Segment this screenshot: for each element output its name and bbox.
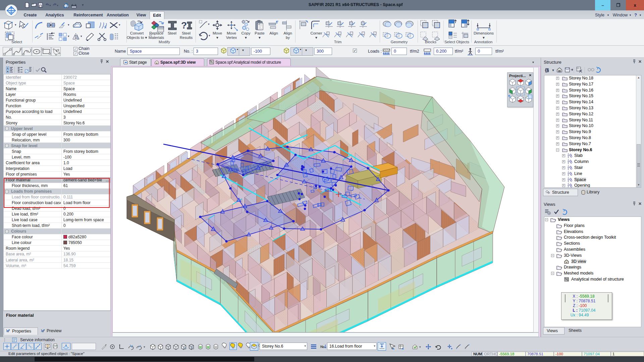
svg-text:+: + [7, 67, 9, 70]
svg-text:▾: ▾ [15, 23, 16, 26]
svg-text:▾: ▾ [552, 69, 554, 72]
svg-text:{§: {§ [545, 67, 549, 72]
svg-text:▾: ▾ [208, 22, 210, 26]
svg-text:▾: ▾ [57, 4, 58, 7]
svg-text:▾: ▾ [68, 23, 69, 26]
svg-text:▾: ▾ [50, 4, 51, 7]
svg-text:№: № [320, 345, 324, 349]
svg-text:▾: ▾ [119, 23, 120, 26]
svg-text:x: x [132, 344, 133, 347]
svg-text:▼: ▼ [81, 3, 84, 7]
svg-text:▾: ▾ [68, 35, 69, 38]
svg-text:+: + [7, 70, 9, 73]
svg-text:▾: ▾ [80, 35, 82, 38]
svg-text:?: ? [181, 20, 187, 31]
